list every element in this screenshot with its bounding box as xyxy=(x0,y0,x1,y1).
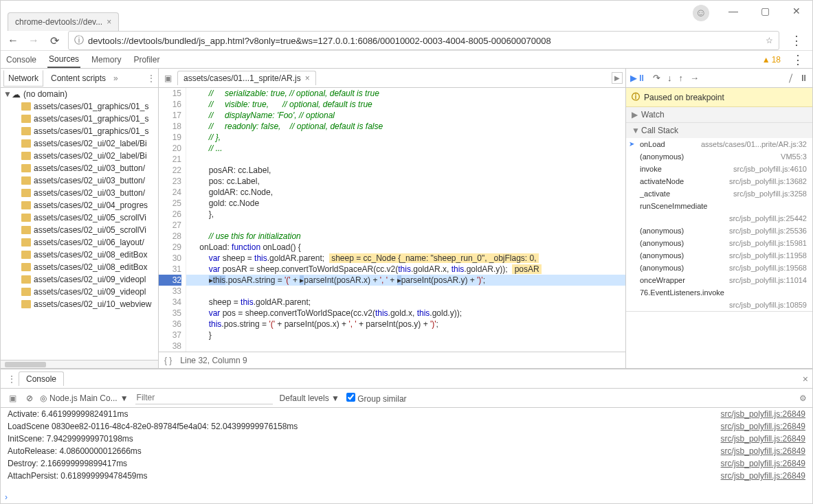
clear-console-button[interactable]: ⊘ xyxy=(26,393,33,403)
tree-file-row[interactable]: assets/cases/02_ui/08_editBox xyxy=(1,249,158,261)
sources-navigator: Network Content scripts » ⋮ ▼ ☁ (no doma… xyxy=(1,69,159,368)
folder-icon xyxy=(21,226,31,234)
tree-domain-row[interactable]: ▼ ☁ (no domain) xyxy=(1,88,158,100)
console-source-link[interactable]: src/jsb_polyfill.js:26849 xyxy=(721,446,805,456)
tree-file-row[interactable]: assets/cases/02_ui/04_progres xyxy=(1,199,158,211)
step-over-button[interactable]: ↷ xyxy=(653,73,660,83)
callstack-section-header[interactable]: ▼ Call Stack xyxy=(626,123,812,138)
tree-file-row[interactable]: assets/cases/01_graphics/01_s xyxy=(1,113,158,125)
step-into-button[interactable]: ↓ xyxy=(667,73,672,83)
console-prompt[interactable]: › xyxy=(1,491,812,503)
browser-menu-button[interactable]: ⋮ xyxy=(786,33,807,48)
drawer-tab-console[interactable]: Console xyxy=(19,371,64,386)
tab-memory[interactable]: Memory xyxy=(90,52,122,67)
tree-file-row[interactable]: assets/cases/02_ui/10_webview xyxy=(1,298,158,310)
tree-file-row[interactable]: assets/cases/01_graphics/01_s xyxy=(1,125,158,137)
callstack-frame[interactable]: src/jsb_polyfill.js:25442 xyxy=(626,212,812,225)
file-tree[interactable]: ▼ ☁ (no domain) assets/cases/01_graphics… xyxy=(1,88,158,360)
callstack-frame[interactable]: (anonymous)src/jsb_polyfill.js:15981 xyxy=(626,237,812,249)
folder-icon xyxy=(21,115,31,123)
watch-section-header[interactable]: ▶ Watch xyxy=(626,107,812,122)
toggle-debugger-button[interactable]: ▶ xyxy=(612,72,623,84)
tree-file-row[interactable]: assets/cases/02_ui/08_editBox xyxy=(1,261,158,273)
address-bar[interactable]: ⓘ devtools://devtools/bundled/js_app.htm… xyxy=(68,31,779,50)
tree-file-row[interactable]: assets/cases/02_ui/06_layout/ xyxy=(1,236,158,249)
tab-profiler[interactable]: Profiler xyxy=(132,52,161,67)
devtools-panel: Console Sources Memory Profiler ▲ 18 ⋮ N… xyxy=(1,51,812,503)
drawer-menu-button[interactable]: ⋮ xyxy=(5,374,19,384)
pause-exceptions-button[interactable]: ⏸ xyxy=(799,73,808,83)
toggle-navigator-button[interactable]: ▣ xyxy=(162,73,175,83)
tree-file-row[interactable]: assets/cases/02_ui/02_label/Bi xyxy=(1,137,158,150)
group-similar-checkbox[interactable]: Group similar xyxy=(346,393,407,404)
back-button[interactable]: ← xyxy=(6,34,20,47)
callstack-frame[interactable]: invokesrc/jsb_polyfill.js:4610 xyxy=(626,163,812,175)
navigator-scrollbar[interactable] xyxy=(1,360,158,368)
devtools-menu-button[interactable]: ⋮ xyxy=(788,52,808,67)
navigator-more-tabs[interactable]: » xyxy=(113,73,118,83)
console-settings-button[interactable]: ⚙ xyxy=(799,393,807,403)
code-content[interactable]: // serializable: true, // optional, defa… xyxy=(186,88,625,352)
callstack-frame[interactable]: (anonymous)VM55:3 xyxy=(626,150,812,163)
navigator-tab-content-scripts[interactable]: Content scripts xyxy=(46,70,111,87)
editor-file-tab[interactable]: assets/cases/01...1_sprite/AR.js × xyxy=(177,71,316,85)
tree-file-row[interactable]: assets/cases/02_ui/05_scrollVi xyxy=(1,211,158,224)
tab-sources[interactable]: Sources xyxy=(47,51,80,68)
tree-file-row[interactable]: assets/cases/02_ui/05_scrollVi xyxy=(1,224,158,236)
callstack-frame[interactable]: onceWrappersrc/jsb_polyfill.js:11014 xyxy=(626,274,812,286)
close-icon[interactable]: × xyxy=(305,73,310,83)
console-message: Destroy: 2.166999999899417mssrc/jsb_poly… xyxy=(1,457,812,470)
navigator-menu-button[interactable]: ⋮ xyxy=(147,73,155,83)
maximize-button[interactable]: ▢ xyxy=(749,1,781,21)
deactivate-breakpoints-button[interactable]: ⧸ xyxy=(789,73,792,84)
bookmark-icon[interactable]: ☆ xyxy=(766,36,773,45)
callstack-frame[interactable]: 76.EventListeners.invoke xyxy=(626,286,812,299)
step-button[interactable]: → xyxy=(690,73,699,83)
console-filter-input[interactable] xyxy=(135,391,273,404)
tree-file-row[interactable]: assets/cases/01_graphics/01_s xyxy=(1,100,158,113)
close-icon[interactable]: × xyxy=(107,17,111,27)
callstack-frame[interactable]: src/jsb_polyfill.js:10859 xyxy=(626,299,812,311)
navigator-tab-network[interactable]: Network xyxy=(3,69,43,87)
callstack-frame[interactable]: activateNodesrc/jsb_polyfill.js:13682 xyxy=(626,175,812,187)
tree-file-row[interactable]: assets/cases/02_ui/03_button/ xyxy=(1,162,158,174)
minimize-button[interactable]: — xyxy=(717,1,749,21)
file-name: assets/cases/02_ui/08_editBox xyxy=(34,262,147,272)
reload-button[interactable]: ⟳ xyxy=(47,34,61,47)
callstack-frame[interactable]: (anonymous)src/jsb_polyfill.js:11958 xyxy=(626,249,812,262)
forward-button[interactable]: → xyxy=(27,34,41,47)
tree-file-row[interactable]: assets/cases/02_ui/03_button/ xyxy=(1,187,158,199)
callstack-frame[interactable]: (anonymous)src/jsb_polyfill.js:25536 xyxy=(626,225,812,237)
profile-avatar-icon[interactable]: ☺ xyxy=(693,5,709,21)
log-levels-selector[interactable]: Default levels ▼ xyxy=(280,393,339,403)
tree-file-row[interactable]: assets/cases/02_ui/09_videopl xyxy=(1,273,158,286)
resume-button[interactable]: ▶⏸ xyxy=(630,73,646,83)
tab-console[interactable]: Console xyxy=(5,52,38,67)
callstack-frame[interactable]: _activatesrc/jsb_polyfill.js:3258 xyxy=(626,187,812,200)
warnings-badge[interactable]: ▲ 18 xyxy=(762,55,781,65)
console-source-link[interactable]: src/jsb_polyfill.js:26849 xyxy=(721,459,805,468)
callstack-frame[interactable]: onLoadassets/cases/01...prite/AR.js:32 xyxy=(626,138,812,150)
execution-context-selector[interactable]: ◎ Node.js Main Co... ▼ xyxy=(40,393,129,403)
pause-message: ⓘ Paused on breakpoint xyxy=(626,88,812,107)
tree-file-row[interactable]: assets/cases/02_ui/03_button/ xyxy=(1,174,158,187)
callstack-frame[interactable]: runSceneImmediate xyxy=(626,200,812,212)
line-gutter[interactable]: 1516171819202122232425262728293031323334… xyxy=(159,88,186,352)
info-icon[interactable]: ⓘ xyxy=(74,34,84,47)
browser-tab[interactable]: chrome-devtools://dev... × xyxy=(8,12,119,31)
file-name: assets/cases/02_ui/08_editBox xyxy=(34,250,147,260)
console-source-link[interactable]: src/jsb_polyfill.js:26849 xyxy=(721,409,805,419)
close-window-button[interactable]: ✕ xyxy=(781,1,812,21)
console-source-link[interactable]: src/jsb_polyfill.js:26849 xyxy=(721,434,805,444)
callstack-frame[interactable]: (anonymous)src/jsb_polyfill.js:19568 xyxy=(626,262,812,274)
tree-file-row[interactable]: assets/cases/02_ui/09_videopl xyxy=(1,286,158,298)
file-name: assets/cases/02_ui/02_label/Bi xyxy=(34,139,147,148)
console-source-link[interactable]: src/jsb_polyfill.js:26849 xyxy=(721,471,805,481)
console-source-link[interactable]: src/jsb_polyfill.js:26849 xyxy=(721,422,805,431)
close-drawer-button[interactable]: × xyxy=(803,374,808,385)
tree-file-row[interactable]: assets/cases/02_ui/02_label/Bi xyxy=(1,150,158,162)
step-out-button[interactable]: ↑ xyxy=(679,73,684,83)
file-name: assets/cases/02_ui/10_webview xyxy=(34,299,151,309)
console-sidebar-toggle[interactable]: ▣ xyxy=(6,393,19,403)
pretty-print-button[interactable]: { } xyxy=(164,356,172,365)
